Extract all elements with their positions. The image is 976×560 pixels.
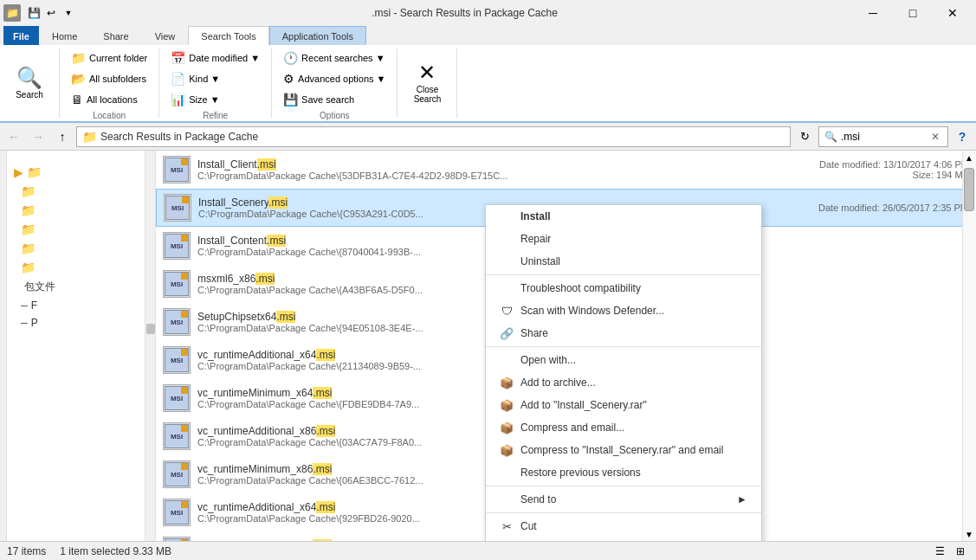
breadcrumb-item[interactable]: Search Results in Package Cache bbox=[100, 131, 258, 143]
tab-view[interactable]: View bbox=[142, 26, 189, 45]
ribbon-close-section: ✕ CloseSearch bbox=[398, 48, 457, 118]
main-layout: ▶ 📁 📁 📁 📁 📁 📁 包文 bbox=[0, 151, 976, 541]
help-button[interactable]: ? bbox=[952, 126, 973, 147]
address-box[interactable]: 📁 Search Results in Package Cache bbox=[76, 126, 791, 147]
sidebar-folder-icon-2: 📁 bbox=[21, 184, 36, 198]
ctx-troubleshoot[interactable]: Troubleshoot compatibility bbox=[486, 277, 761, 299]
search-clear-button[interactable]: ✕ bbox=[931, 131, 940, 143]
view-controls: ☰ ⊞ bbox=[931, 543, 969, 560]
ctx-send-to[interactable]: Send to ► bbox=[486, 488, 761, 511]
sidebar-item-4[interactable]: 📁 bbox=[7, 220, 155, 239]
sidebar-item-wenfan[interactable]: 包文件 bbox=[7, 277, 155, 297]
size-label: Size ▼ bbox=[189, 94, 219, 105]
ctx-share-icon: 🔗 bbox=[500, 326, 514, 340]
file-icon-7: MSI bbox=[163, 384, 191, 412]
file-meta-2: Date modified: 26/05/2017 2:35 PM bbox=[795, 203, 968, 213]
save-search-btn[interactable]: 💾 Save search bbox=[277, 90, 391, 109]
sidebar-p-item: P bbox=[31, 317, 38, 329]
minimize-button[interactable]: ─ bbox=[853, 0, 893, 26]
tab-application-tools[interactable]: Application Tools bbox=[269, 26, 366, 45]
ctx-add-rar[interactable]: 📦 Add to "Install_Scenery.rar" bbox=[486, 394, 761, 416]
sidebar-item-6[interactable]: 📁 bbox=[7, 258, 155, 277]
ctx-sep-2 bbox=[486, 346, 761, 347]
title-bar: 📁 💾 ↩ ▼ .msi - Search Results in Package… bbox=[0, 0, 976, 151]
ctx-compress-email[interactable]: 📦 Compress and email... bbox=[486, 416, 761, 439]
refresh-button[interactable]: ↻ bbox=[794, 126, 815, 147]
ctx-compress-rar-email[interactable]: 📦 Compress to "Install_Scenery.rar" and … bbox=[486, 439, 761, 461]
sidebar-item-3[interactable]: 📁 bbox=[7, 201, 155, 220]
all-locations-label: All locations bbox=[87, 94, 138, 105]
search-big-icon: 🔍 bbox=[16, 68, 42, 88]
ctx-troubleshoot-icon bbox=[500, 281, 514, 295]
sidebar: ▶ 📁 📁 📁 📁 📁 📁 包文 bbox=[0, 151, 156, 541]
ctx-scan[interactable]: 🛡 Scan with Windows Defender... bbox=[486, 299, 761, 322]
scroll-thumb[interactable] bbox=[964, 168, 974, 211]
ctx-add-archive[interactable]: 📦 Add to archive... bbox=[486, 371, 761, 394]
sidebar-scrollbar[interactable] bbox=[145, 151, 155, 541]
location-section-label: Location bbox=[93, 109, 126, 120]
sidebar-scroll-thumb[interactable] bbox=[146, 324, 155, 334]
back-button[interactable]: ← bbox=[3, 126, 24, 147]
tab-share[interactable]: Share bbox=[90, 26, 141, 45]
scroll-up-btn[interactable]: ▲ bbox=[963, 151, 975, 164]
save-icon: 💾 bbox=[283, 93, 298, 106]
quick-dropdown-btn[interactable]: ▼ bbox=[61, 5, 76, 21]
sidebar-item-2[interactable]: 📁 bbox=[7, 182, 155, 201]
size-icon: 📊 bbox=[171, 93, 185, 106]
sidebar-item-9[interactable]: ─ P bbox=[7, 314, 155, 331]
sidebar-item-5[interactable]: 📁 bbox=[7, 239, 155, 258]
ctx-open-icon bbox=[500, 353, 514, 367]
ctx-send-icon bbox=[500, 492, 514, 506]
date-modified-btn[interactable]: 📅 Date modified ▼ bbox=[165, 48, 266, 68]
sidebar-item-8[interactable]: ─ F bbox=[7, 297, 155, 314]
ctx-share[interactable]: 🔗 Share bbox=[486, 322, 761, 344]
current-folder-btn[interactable]: 📁 Current folder bbox=[65, 48, 153, 68]
view-large-icons-btn[interactable]: ⊞ bbox=[952, 543, 969, 560]
ctx-install[interactable]: Install bbox=[486, 205, 761, 228]
sidebar-wenfan-label: 包文件 bbox=[24, 280, 55, 294]
tab-home[interactable]: Home bbox=[39, 26, 90, 45]
sidebar-dash-icon: ─ bbox=[21, 300, 28, 311]
file-item[interactable]: MSI Install_Client.msi C:\ProgramData\Pa… bbox=[156, 151, 976, 189]
ctx-open-with[interactable]: Open with... bbox=[486, 349, 761, 371]
scroll-down-btn[interactable]: ▼ bbox=[963, 527, 975, 541]
ctx-cut[interactable]: ✂ Cut bbox=[486, 515, 761, 537]
up-button[interactable]: ↑ bbox=[52, 126, 73, 147]
ctx-repair[interactable]: Repair bbox=[486, 228, 761, 250]
all-subfolders-label: All subfolders bbox=[89, 74, 146, 84]
ribbon-options-section: 📁 Current folder 📂 All subfolders 🖥 All … bbox=[60, 48, 159, 118]
quick-save-btn[interactable]: 💾 bbox=[26, 5, 42, 21]
sidebar-item-1[interactable]: ▶ 📁 bbox=[7, 163, 155, 182]
ctx-uninstall-icon bbox=[500, 254, 514, 268]
close-search-btn[interactable]: ✕ CloseSearch bbox=[403, 50, 451, 116]
ctx-compress-label: Compress and email... bbox=[520, 422, 624, 434]
all-locations-btn[interactable]: 🖥 All locations bbox=[65, 90, 153, 109]
advanced-btn[interactable]: ⚙ Advanced options ▼ bbox=[277, 69, 391, 88]
kind-btn[interactable]: 📄 Kind ▼ bbox=[165, 69, 266, 88]
content-scrollbar[interactable]: ▲ ▼ bbox=[962, 151, 976, 541]
tab-file[interactable]: File bbox=[3, 26, 39, 45]
recent-searches-btn[interactable]: 🕐 Recent searches ▼ bbox=[277, 48, 391, 68]
quick-undo-btn[interactable]: ↩ bbox=[43, 5, 59, 21]
file-icon-2: MSI bbox=[164, 194, 191, 222]
ctx-troubleshoot-label: Troubleshoot compatibility bbox=[520, 282, 641, 294]
size-btn[interactable]: 📊 Size ▼ bbox=[165, 90, 266, 109]
restore-button[interactable]: □ bbox=[893, 0, 933, 26]
ctx-restore[interactable]: Restore previous versions bbox=[486, 461, 761, 484]
search-ribbon-btn[interactable]: 🔍 Search bbox=[5, 50, 54, 116]
tab-search[interactable]: Search Tools bbox=[188, 26, 268, 45]
ctx-copy[interactable]: 📋 Copy bbox=[486, 537, 761, 541]
all-subfolders-btn[interactable]: 📂 All subfolders bbox=[65, 69, 153, 88]
close-button[interactable]: ✕ bbox=[933, 0, 973, 26]
forward-button[interactable]: → bbox=[28, 126, 48, 147]
search-box[interactable]: 🔍 ✕ bbox=[818, 126, 948, 147]
close-search-icon: ✕ bbox=[418, 62, 436, 83]
ctx-compress-rar-label: Compress to "Install_Scenery.rar" and em… bbox=[520, 444, 723, 456]
view-details-btn[interactable]: ☰ bbox=[931, 543, 948, 560]
save-search-label: Save search bbox=[301, 94, 354, 105]
ctx-send-label: Send to bbox=[520, 493, 556, 505]
ctx-uninstall[interactable]: Uninstall bbox=[486, 250, 761, 273]
file-info-1: Install_Client.msi C:\ProgramData\Packag… bbox=[197, 158, 789, 181]
breadcrumb: Search Results in Package Cache bbox=[100, 131, 258, 143]
search-input[interactable] bbox=[841, 131, 928, 143]
